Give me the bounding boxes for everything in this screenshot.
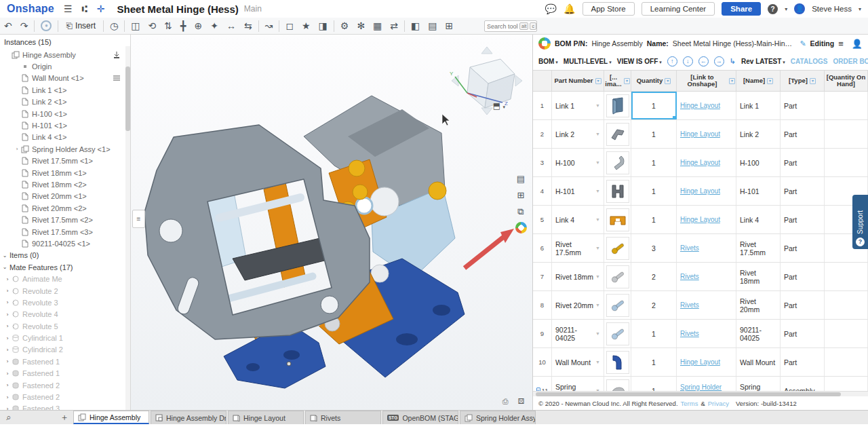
link-to-onshape-cell[interactable]: Hinge Layout [677,206,736,233]
expand-chevron-icon[interactable]: › [14,146,20,152]
search-tabs-icon[interactable]: ⌕ [0,411,18,424]
bom-cube-icon[interactable]: ⊞ [513,187,529,203]
link-to-onshape-cell[interactable]: Hinge Layout [677,348,736,376]
instance-spring-holder-assy-1[interactable]: ›Spring Holder Assy <1> [0,143,130,155]
tab-hinge-layout[interactable]: Hinge Layout [228,411,304,424]
part-number-cell[interactable]: H-101▼ [552,177,604,205]
instance-link-1-1[interactable]: Link 1 <1> [0,84,130,96]
quantity-on-hand-cell[interactable] [825,120,868,148]
part-number-cell[interactable]: Rivet 17.5mm▼ [552,234,604,262]
part-dropdown-icon[interactable]: ▼ [595,160,600,165]
instance-link-4-1[interactable]: Link 4 <1> [0,132,130,143]
mate-fastened-3[interactable]: ›Fastened 3 [0,403,130,410]
onshape-tab-link[interactable]: Hinge Layout [680,187,720,195]
type-cell[interactable]: Assembly [781,377,825,391]
quantity-on-hand-cell[interactable] [825,348,868,376]
tab-spring-holder-assy[interactable]: Spring Holder Assy [460,411,536,424]
comments-icon[interactable]: 💬 [545,3,557,14]
link-to-onshape-cell[interactable]: Rivets [677,291,736,319]
type-cell[interactable]: Part [781,177,825,205]
user-caret-icon[interactable]: ▾ [859,6,861,12]
type-cell[interactable]: Part [781,291,825,319]
quantity-cell[interactable]: 1 [631,120,677,148]
model-gold-rivet-1[interactable] [349,160,365,176]
instance-link-2-1[interactable]: Link 2 <1> [0,96,130,108]
terms-link[interactable]: Terms [681,400,698,407]
onshape-tab-link[interactable]: Hinge Layout [680,216,720,223]
part-dropdown-icon[interactable]: ▼ [595,132,600,136]
add-tab-icon[interactable]: ＋ [56,411,73,424]
bom-type-dropdown[interactable]: BOM▾ [538,58,558,65]
onshape-tab-link[interactable]: Hinge Layout [680,159,720,166]
part-number-cell[interactable]: H-100▼ [552,149,604,176]
name-cell[interactable]: 90211-04025 [736,320,781,347]
quantity-on-hand-cell[interactable] [825,263,868,290]
expand-chevron-icon[interactable]: › [4,288,11,294]
quantity-cell[interactable]: 1 [631,320,677,347]
row-number[interactable]: +11 [533,377,552,391]
thumbnail-cell[interactable] [604,92,631,119]
app-store-button[interactable]: App Store [583,2,635,16]
link-to-onshape-cell[interactable]: Spring Holder Assy [677,377,736,391]
hinge-model[interactable] [144,96,465,388]
part-dropdown-icon[interactable]: ▼ [595,246,600,250]
indent-icon[interactable]: ↳ [730,57,736,66]
insert-icon[interactable] [113,51,121,59]
name-cell[interactable]: Link 2 [736,120,781,148]
mate-revolute-2[interactable]: ›Revolute 2 [0,285,130,297]
name-cell[interactable]: Link 4 [736,206,781,233]
named-views-icon[interactable]: ◻ [281,20,298,31]
quantity-on-hand-cell[interactable] [825,377,868,391]
ball-mate-icon[interactable]: ⊕ [190,20,206,31]
part-dropdown-icon[interactable]: ▼ [595,189,600,193]
help-caret-icon[interactable]: ▾ [785,6,787,12]
thumbnail-cell[interactable] [604,377,631,391]
expand-chevron-icon[interactable]: › [4,323,11,329]
thumbnail-cell[interactable] [604,291,631,319]
link-to-onshape-cell[interactable]: Rivets [677,234,736,262]
onshape-tab-link[interactable]: Hinge Layout [680,102,720,109]
undo-icon[interactable]: ↶ [0,20,16,31]
animate-icon[interactable]: ↝ [261,20,277,31]
onshape-tab-link[interactable]: Hinge Layout [680,130,720,138]
type-cell[interactable]: Part [781,120,825,148]
name-cell[interactable]: Spring Holder [736,377,781,391]
name-cell[interactable]: H-100 [736,149,781,176]
share-button[interactable]: Share [722,2,761,16]
link-to-onshape-cell[interactable]: Hinge Layout [677,177,736,205]
pattern-icon[interactable]: ▦ [369,20,386,31]
items-chevron-icon[interactable]: ⌄ [0,252,9,259]
quantity-on-hand-cell[interactable] [825,149,868,176]
avatar[interactable]: 👤 [794,3,805,14]
record-icon[interactable]: ● [41,20,52,31]
row-number[interactable]: 10 [533,348,552,376]
mate-fastened-2[interactable]: ›Fastened 2 [0,391,130,402]
thumbnail-cell[interactable] [604,149,631,176]
part-dropdown-icon[interactable]: ▼ [595,331,600,336]
tab-openbom-stage[interactable]: STGOpenBOM (STAGE) [382,411,458,424]
bom-table-icon[interactable]: ⊞ [441,20,458,31]
mate-cylindrical-2[interactable]: ›Cylindrical 2 [0,344,130,356]
instance-hinge-assembly[interactable]: Hinge Assembly [0,49,130,60]
quantity-on-hand-cell[interactable] [825,92,868,119]
search-tools-box[interactable]: alt c [484,20,537,32]
mate-fastened-2[interactable]: ›Fastened 2 [0,379,130,391]
part-dropdown-icon[interactable]: ▼ [595,303,600,307]
model-cylinder[interactable] [370,187,399,216]
redo-icon[interactable]: ↷ [16,20,33,31]
pin-slot-mate-icon[interactable]: ↔ [222,20,240,31]
type-cell[interactable]: Part [781,92,825,119]
cylindrical-mate-icon[interactable]: ✦ [206,20,222,31]
thumbnail-cell[interactable] [604,120,631,148]
part-number-cell[interactable]: Link 4▼ [552,206,604,233]
column-header-quantity-on-hand[interactable]: [Quantity On Hand] [825,71,868,91]
onshape-tab-link[interactable]: Spring Holder Assy [680,383,732,392]
print-icon[interactable]: ⎙ [502,397,509,406]
expand-chevron-icon[interactable]: › [4,371,11,377]
move-right-icon[interactable]: → [714,56,724,67]
menu-icon[interactable] [113,74,121,82]
expand-chevron-icon[interactable]: › [4,312,11,318]
instance-h-100-1[interactable]: H-100 <1> [0,108,130,119]
part-number-cell[interactable]: Rivet 18mm▼ [552,263,604,290]
quantity-on-hand-cell[interactable] [825,320,868,347]
